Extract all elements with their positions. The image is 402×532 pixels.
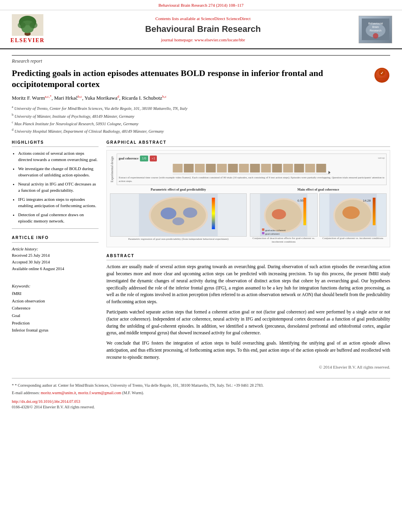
corresponding-star: * — [12, 383, 15, 387]
crossmark-badge: ✓ CrossMark — [374, 68, 390, 83]
doi-section: http://dx.doi.org/10.1016/j.bbr.2014.07.… — [12, 399, 390, 410]
svg-point-13 — [373, 33, 378, 39]
svg-text:Behavioural: Behavioural — [368, 22, 383, 25]
received-date: Received 25 July 2014 — [12, 252, 99, 259]
issn-text: 0166-4328/© 2014 Elsevier B.V. All right… — [12, 405, 95, 409]
highlight-item: IFG integrates action steps to episodes … — [18, 196, 99, 209]
email-link-1[interactable]: moritz.wurm@unitn.it — [41, 391, 76, 395]
svg-text:Brain: Brain — [372, 26, 378, 28]
sub-panel-1: goal-actor coherent goal coherent 0.55 — [250, 193, 318, 237]
journal-homepage: journal homepage: www.elsevier.com/locat… — [51, 37, 355, 43]
svg-rect-24 — [228, 164, 238, 172]
brain-panels: Parametric effect of goal predictability — [110, 187, 387, 244]
authors-line: Moritz F. Wurma,c,*, Mari Hrkaĉb,c, Yuka… — [12, 94, 390, 102]
svg-point-7 — [30, 22, 37, 28]
panel1-title: Parametric effect of goal predictability — [110, 187, 247, 192]
panel1-image — [110, 193, 247, 237]
abstract-para-2: Participants watched separate action ste… — [106, 309, 390, 337]
svg-rect-21 — [195, 164, 205, 172]
corresponding-text: * Corresponding author at: Center for Mi… — [15, 383, 264, 387]
right-column: GRAPHICAL ABSTRACT Experimental design g… — [106, 140, 390, 370]
author1-name: Moritz F. Wurm — [12, 95, 45, 101]
svg-rect-51 — [303, 198, 306, 225]
svg-point-6 — [18, 22, 26, 28]
svg-point-45 — [272, 209, 286, 219]
keyword-item: Coherence — [12, 304, 99, 312]
author4-name: Ricarda I. Schubotz — [122, 95, 162, 101]
paper-title: Predicting goals in action episodes atte… — [12, 68, 370, 90]
journal-citation: Behavioural Brain Research 274 (2014) 10… — [158, 3, 244, 7]
header-center: Contents lists available at ScienceDirec… — [51, 16, 355, 43]
highlights-heading: HIGHLIGHTS — [12, 140, 99, 147]
abstract-text: Actions are usually made of several acti… — [106, 263, 390, 361]
sutrap-label: sutrap — [378, 156, 385, 160]
design-caption: Extract of experimental time course (wit… — [119, 176, 385, 183]
accepted-date: Accepted 30 July 2014 — [12, 259, 99, 266]
svg-point-39 — [183, 208, 197, 218]
svg-rect-27 — [261, 164, 271, 172]
svg-point-55 — [342, 206, 359, 219]
svg-rect-23 — [217, 164, 227, 172]
sub-panel-2: 14.28 — [319, 193, 387, 237]
highlights-list: Actions consist of several action steps … — [12, 150, 99, 224]
graphical-abstract-box: Experimental design goal coherence 1/0 +… — [106, 150, 390, 247]
svg-rect-48 — [262, 232, 264, 234]
svg-rect-57 — [372, 198, 375, 225]
available-date: Available online 6 August 2014 — [12, 266, 99, 272]
svg-text:✓: ✓ — [380, 71, 383, 75]
crossmark-icon: ✓ CrossMark — [374, 68, 389, 83]
svg-rect-30 — [294, 164, 304, 172]
svg-rect-19 — [173, 164, 183, 172]
sub-captions: Conjunction of deactivation effects for … — [250, 237, 387, 244]
email-note: E-mail addresses: moritz.wurm@unitn.it, … — [12, 390, 390, 396]
svg-marker-34 — [329, 171, 331, 174]
doi-link[interactable]: http://dx.doi.org/10.1016/j.bbr.2014.07.… — [12, 399, 80, 404]
svg-text:14.28: 14.28 — [363, 199, 371, 202]
svg-text:goal-actor coherent: goal-actor coherent — [265, 229, 286, 232]
panel2-title: Main effect of goal coherence — [250, 187, 387, 192]
keyword-item: Action observation — [12, 297, 99, 305]
highlight-item: Actions consist of several action steps … — [18, 150, 99, 163]
yes-badge: 1/0 — [140, 156, 148, 161]
keywords-list: fMRI Action observation Coherence Goal P… — [12, 290, 99, 334]
panel4-caption: Conjunction of deactivation effects for … — [250, 237, 318, 244]
svg-text:CrossMark: CrossMark — [376, 77, 388, 80]
brain-svg-1 — [110, 194, 246, 237]
top-bar: Behavioural Brain Research 274 (2014) 10… — [0, 0, 402, 10]
two-column-layout: HIGHLIGHTS Actions consist of several ac… — [12, 140, 390, 370]
panel5-caption: Conjunction of goal-coherent vs. incoher… — [319, 237, 387, 244]
author3-name: Yuka Morikawa — [84, 95, 117, 101]
keyword-item: Goal — [12, 312, 99, 319]
svg-point-40 — [173, 217, 184, 225]
svg-rect-22 — [206, 164, 216, 172]
elsevier-label-text: ELSEVIER — [11, 37, 45, 44]
svg-rect-31 — [305, 164, 315, 172]
email-label: E-mail addresses: — [12, 391, 40, 395]
corresponding-author-note: * * Corresponding author at: Center for … — [12, 382, 390, 388]
email-suffix: (M.F. Wurm). — [122, 391, 144, 395]
highlight-item: We investigate the change of BOLD during… — [18, 165, 99, 178]
abstract-para-3: We conclude that IFG fosters the integra… — [106, 340, 390, 361]
section-tag: Research report — [12, 55, 390, 65]
keywords-label: Keywords: — [12, 283, 99, 290]
article-history-label: Article history: — [12, 246, 99, 253]
email-link-2[interactable]: moritz.f.wurm@gmail.com — [78, 391, 121, 395]
svg-text:Research: Research — [370, 29, 382, 32]
svg-text:0.55: 0.55 — [298, 199, 304, 202]
footer-section: * * Corresponding author at: Center for … — [12, 378, 390, 410]
frames-row — [119, 163, 385, 175]
svg-point-38 — [161, 208, 177, 219]
svg-rect-28 — [272, 164, 282, 172]
design-label: Experimental design — [110, 156, 114, 182]
abstract-heading: ABSTRACT — [106, 253, 390, 260]
goal-coherence-label: goal coherence — [119, 156, 138, 161]
keyword-item: Prediction — [12, 319, 99, 327]
experimental-design-row: Experimental design goal coherence 1/0 +… — [110, 154, 387, 185]
main-content: Research report Predicting goals in acti… — [0, 49, 402, 416]
svg-rect-46 — [262, 228, 264, 231]
svg-point-37 — [151, 198, 206, 233]
highlight-item: Neural activity in IFG and OTC decreases… — [18, 181, 99, 194]
brain-svg-3: 14.28 — [320, 194, 387, 237]
keyword-item: fMRI — [12, 290, 99, 297]
timeline-svg — [119, 163, 385, 175]
